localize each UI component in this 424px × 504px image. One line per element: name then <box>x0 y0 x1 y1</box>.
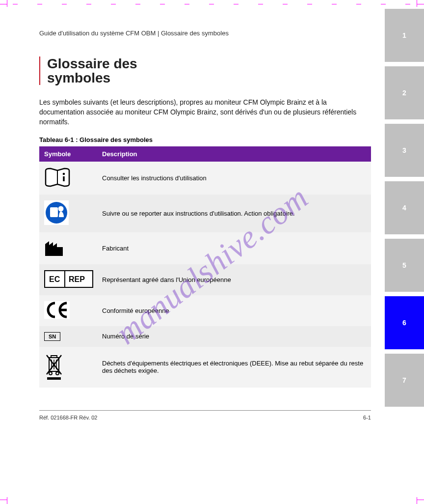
svg-rect-2 <box>63 176 64 181</box>
table-cell-description: Représentant agréé dans l'Union européen… <box>97 264 371 295</box>
footer-page-number: 6-1 <box>363 415 371 420</box>
page-title-line1: Glossaire des <box>47 56 137 71</box>
table-row: Déchets d'équipements électriques et éle… <box>39 347 371 388</box>
table-cell-description: Fabricant <box>97 232 371 264</box>
chapter-tab-7[interactable]: 7 <box>385 354 424 407</box>
crop-dashes <box>13 4 411 4</box>
table-cell-description: Numéro de série <box>97 326 371 347</box>
table-header-symbol: Symbole <box>39 146 97 162</box>
svg-text:REP: REP <box>69 275 85 283</box>
table-cell-description: Consulter les instructions d'utilisation <box>97 162 371 195</box>
symbol-glossary-table: Symbole Description Consulter les <box>39 146 371 388</box>
table-cell-description: Suivre ou se reporter aux instructions d… <box>97 195 371 232</box>
table-row: Suivre ou se reporter aux instructions d… <box>39 195 371 232</box>
table-row: Fabricant <box>39 232 371 264</box>
table-caption: Tableau 6-1 : Glossaire des symboles <box>39 136 371 143</box>
svg-point-19 <box>56 372 59 375</box>
table-cell-description: Déchets d'équipements électriques et éle… <box>97 347 371 388</box>
svg-rect-5 <box>50 207 58 217</box>
chapter-tab-6[interactable]: 6 <box>385 296 424 349</box>
table-row: Consulter les instructions d'utilisation <box>39 162 371 195</box>
table-cell-description: Conformité européenne <box>97 295 371 326</box>
footer-part-number: Réf. 021668-FR Rév. 02 <box>39 415 97 420</box>
chapter-tab-1[interactable]: 1 <box>385 9 424 62</box>
svg-rect-22 <box>47 377 61 380</box>
svg-point-6 <box>58 206 64 211</box>
chapter-tab-4[interactable]: 4 <box>385 181 424 234</box>
page-title-line2: symboles <box>47 71 137 85</box>
table-row: Conformité européenne <box>39 295 371 326</box>
chapter-tabs: 1 2 3 4 5 6 7 <box>385 9 424 407</box>
manufacturer-icon <box>44 238 64 257</box>
chapter-tab-3[interactable]: 3 <box>385 124 424 177</box>
ec-rep-icon: EC REP <box>44 270 93 288</box>
table-row: EC REP Représentant agréé dans l'Union e… <box>39 264 371 295</box>
weee-icon <box>44 353 64 380</box>
svg-text:EC: EC <box>49 275 60 283</box>
table-header-description: Description <box>97 146 371 162</box>
footer-rule <box>39 410 371 411</box>
title-accent-bar <box>39 56 40 85</box>
ce-mark-icon <box>44 301 70 319</box>
svg-point-1 <box>63 172 65 175</box>
intro-paragraph: Les symboles suivants (et leurs descript… <box>39 97 371 127</box>
table-row: SN Numéro de série <box>39 326 371 347</box>
breadcrumb: Guide d'utilisation du système CFM OBM |… <box>39 29 371 37</box>
follow-instructions-icon <box>44 200 69 225</box>
chapter-tab-2[interactable]: 2 <box>385 66 424 119</box>
chapter-tab-5[interactable]: 5 <box>385 239 424 292</box>
consult-ifu-icon <box>44 168 71 187</box>
serial-number-icon: SN <box>44 332 60 341</box>
svg-point-18 <box>49 372 52 375</box>
